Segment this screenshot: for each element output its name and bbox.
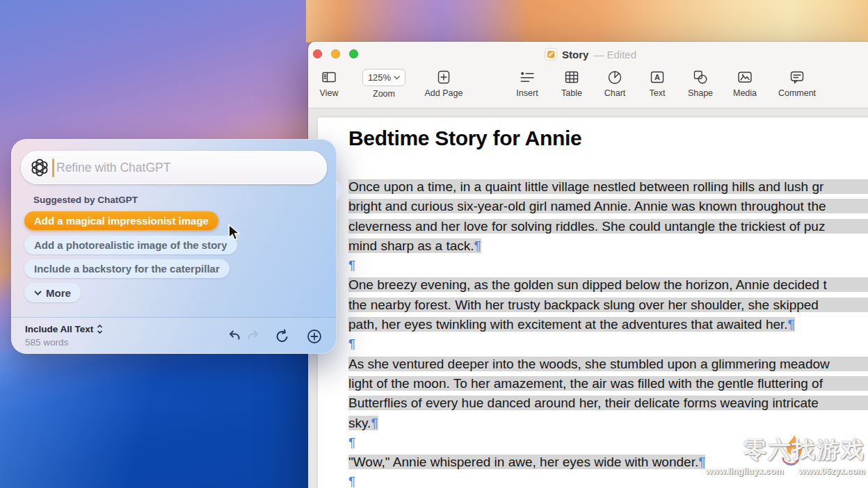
word-count: 585 words bbox=[25, 337, 68, 348]
text-cursor bbox=[52, 158, 54, 177]
watermark-url-2: www.06zyx.com bbox=[799, 466, 865, 476]
regenerate-button[interactable] bbox=[273, 327, 291, 345]
svg-text:A: A bbox=[654, 73, 660, 81]
document-line: ¶ bbox=[348, 334, 868, 354]
window-title: Story bbox=[562, 49, 588, 60]
toolbar: View 125% Zoom Add Page Insert bbox=[308, 67, 868, 108]
up-down-chevrons-icon bbox=[97, 325, 103, 334]
view-sidebar-icon bbox=[321, 69, 337, 86]
more-suggestions-button[interactable]: More bbox=[24, 283, 81, 302]
pilcrow-mark: ¶ bbox=[371, 416, 378, 430]
document-line: sky.¶ bbox=[348, 414, 868, 433]
document-line: Butterflies of every hue danced around h… bbox=[348, 393, 868, 413]
media-photo-icon bbox=[737, 69, 753, 86]
popup-tail bbox=[336, 179, 344, 202]
chart-pie-icon bbox=[606, 69, 623, 86]
prompt-placeholder: Refine with ChatGPT bbox=[56, 161, 170, 175]
suggestion-pill[interactable]: Add a photorealistic image of the story bbox=[24, 236, 237, 254]
pages-document-icon bbox=[545, 48, 557, 60]
pilcrow-mark: ¶ bbox=[348, 474, 355, 488]
document-canvas: Bedtime Story for Annie Once upon a time… bbox=[308, 108, 868, 488]
document-line: light of the moon. To her amazement, the… bbox=[348, 374, 868, 393]
openai-logo-icon bbox=[30, 158, 49, 177]
wallpaper-blue-shine bbox=[0, 351, 309, 488]
pilcrow-mark: ¶ bbox=[348, 435, 355, 450]
redo-button[interactable] bbox=[244, 327, 262, 345]
pilcrow-mark: ¶ bbox=[474, 238, 481, 253]
pilcrow-mark: ¶ bbox=[348, 258, 355, 273]
suggestion-pill[interactable]: Include a backstory for the caterpillar bbox=[24, 259, 230, 278]
insert-icon bbox=[519, 69, 536, 86]
toolbar-add-page-button[interactable]: Add Page bbox=[412, 69, 475, 98]
document-line: bright and curious six-year-old girl nam… bbox=[348, 197, 868, 216]
site-watermark: 零六找游戏 www.lingliuyx.com www.06zyx.com bbox=[698, 434, 865, 476]
window-edited-status: — Edited bbox=[593, 49, 636, 60]
toolbar-view-button[interactable]: View bbox=[298, 69, 360, 98]
assistant-footer: Include All Text 585 words bbox=[11, 317, 337, 354]
document-line: the nearby forest. With her trusty backp… bbox=[348, 295, 868, 315]
watermark-urls: www.lingliuyx.com www.06zyx.com bbox=[698, 466, 865, 476]
shape-icon bbox=[692, 69, 709, 86]
suggested-by-label: Suggested by ChatGPT bbox=[33, 195, 138, 205]
document-line: ¶ bbox=[348, 256, 868, 275]
document-line: One breezy evening, as the golden sun di… bbox=[348, 275, 868, 295]
chatgpt-prompt-input[interactable]: Refine with ChatGPT bbox=[21, 151, 327, 184]
pages-window: Story — Edited View 125% Zoom Add Page bbox=[308, 42, 868, 488]
document-title: Bedtime Story for Annie bbox=[348, 127, 581, 150]
document-line: Once upon a time, in a quaint little vil… bbox=[348, 177, 868, 197]
undo-button[interactable] bbox=[225, 327, 243, 345]
pilcrow-mark: ¶ bbox=[788, 317, 795, 332]
window-titlebar: Story — Edited bbox=[308, 42, 868, 67]
add-button[interactable] bbox=[305, 327, 323, 345]
suggestion-pill[interactable]: Add a magical impressionist image bbox=[24, 211, 218, 230]
watermark-brand: 零六找游戏 bbox=[698, 434, 865, 466]
include-all-text-selector[interactable]: Include All Text bbox=[25, 324, 103, 334]
add-page-icon bbox=[435, 69, 452, 86]
chatgpt-assistant-popup: Refine with ChatGPT Suggested by ChatGPT… bbox=[11, 139, 337, 354]
text-box-icon: A bbox=[649, 69, 666, 86]
toolbar-zoom-control[interactable]: 125% Zoom bbox=[353, 69, 415, 99]
toolbar-comment-button[interactable]: Comment bbox=[766, 69, 828, 98]
watermark-url-1: www.lingliuyx.com bbox=[706, 466, 784, 476]
pilcrow-mark: ¶ bbox=[348, 336, 355, 351]
document-line: path, her eyes twinkling with excitement… bbox=[348, 315, 868, 334]
table-icon bbox=[563, 69, 580, 86]
chevron-down-icon bbox=[34, 291, 42, 295]
document-line: mind sharp as a tack.¶ bbox=[348, 236, 868, 256]
comment-icon bbox=[789, 69, 805, 86]
document-line: cleverness and her love for solving ridd… bbox=[348, 217, 868, 236]
window-title-group: Story — Edited bbox=[308, 42, 868, 67]
wallpaper-top-stripe bbox=[306, 0, 868, 42]
mouse-pointer bbox=[228, 224, 241, 242]
chevron-down-icon bbox=[394, 76, 400, 80]
zoom-dropdown[interactable]: 125% bbox=[362, 69, 405, 86]
document-line: As she ventured deeper into the woods, s… bbox=[348, 355, 868, 374]
